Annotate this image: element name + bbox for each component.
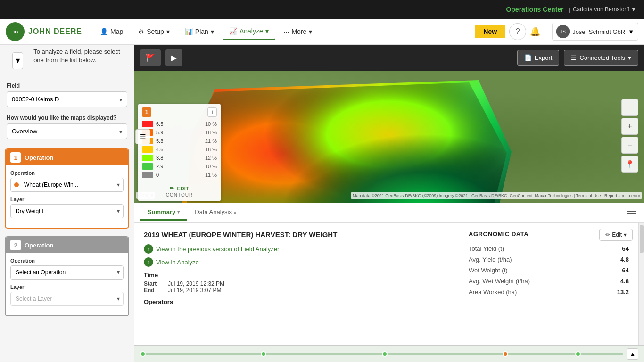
field-select-wrap: 00052-0 Kelms D ▾: [7, 91, 127, 107]
more-chevron: ▾: [309, 28, 312, 35]
tab-data-analysis[interactable]: Data Analysis ▴: [187, 205, 244, 221]
sidebar-info: To analyze a field, please select one fr…: [33, 48, 127, 65]
timeline: ▲: [134, 345, 644, 362]
legend-color-bar: [142, 121, 153, 127]
op2-operation-select[interactable]: Select an Operation: [10, 265, 124, 280]
timeline-dot[interactable]: [503, 351, 508, 357]
legend-pct: 18 %: [202, 130, 217, 135]
timeline-dot[interactable]: [261, 351, 266, 357]
op1-layer-select[interactable]: Dry Weight: [10, 204, 124, 218]
agro-row: Total Yield (t)64: [469, 243, 629, 254]
agro-row: Area Worked (ha)13.2: [469, 287, 629, 297]
timeline-dot[interactable]: [575, 351, 581, 357]
agronomic-section: AGRONOMIC DATA Total Yield (t)64Avg. Yie…: [459, 223, 638, 345]
notifications-button[interactable]: 🔔: [530, 26, 540, 37]
heatmap-svg: [177, 78, 530, 203]
connected-tools-button[interactable]: ☰ Connected Tools ▾: [564, 50, 638, 66]
tab-data-analysis-label: Data Analysis: [195, 208, 232, 215]
map-list-button[interactable]: ☰: [135, 129, 150, 144]
analyze-link-icon: ↑: [144, 257, 153, 267]
agro-value: 64: [622, 267, 629, 274]
export-icon: 📄: [524, 54, 532, 61]
user-menu[interactable]: JS Josef Schmidt GbR ▼: [552, 23, 638, 41]
legend-row: 4.618 %: [142, 145, 217, 154]
plan-chevron: ▾: [211, 28, 214, 35]
legend-color-bar: [142, 155, 153, 161]
top-banner: Operations Center | Carlotta von Bernsto…: [0, 0, 644, 19]
edit-chevron: ▾: [624, 231, 627, 238]
svg-text:JD: JD: [12, 29, 18, 34]
op2-number: 2: [10, 240, 21, 250]
legend-number: 1: [142, 107, 151, 117]
map-locate-button[interactable]: 📍: [621, 156, 638, 173]
legend-row: 011 %: [142, 171, 217, 179]
agro-row: Wet Weight (t)64: [469, 265, 629, 276]
edit-button[interactable]: ✏ Edit ▾: [599, 229, 633, 241]
export-button[interactable]: 📄 Export: [517, 50, 560, 66]
legend-value: 5.3: [156, 138, 199, 144]
nav-items: 👤 Map ⚙ Setup ▾ 📊 Plan ▾ 📈 Analyze ▾ ···…: [93, 24, 475, 40]
timeline-up-button[interactable]: ▲: [627, 348, 638, 360]
agro-key: Total Yield (t): [469, 245, 504, 252]
agro-key: Avg. Wet Weight (t/ha): [469, 278, 530, 285]
tab-summary[interactable]: Summary ▾: [140, 205, 187, 221]
legend-expand-button[interactable]: +: [207, 107, 217, 117]
op1-inner: Operation Wheat (Europe Win... ▾ Layer D…: [6, 165, 128, 228]
map-view[interactable]: 1 + 6.510 %5.918 %5.321 %4.618 %3.812 %2…: [134, 71, 644, 203]
fullscreen-button[interactable]: ⛶: [621, 99, 638, 116]
panel-scrollbar[interactable]: [638, 223, 644, 345]
operators-label: Operators: [144, 298, 449, 305]
op1-layer-label: Layer: [10, 197, 124, 202]
op1-dot: [14, 182, 19, 187]
connected-tools-chevron: ▾: [628, 54, 631, 61]
op2-layer-label: Layer: [10, 284, 124, 290]
timeline-track[interactable]: [140, 353, 623, 355]
op1-operation-select[interactable]: Wheat (Europe Win...: [10, 178, 124, 192]
end-row: End Jul 19, 2019 3:07 PM: [144, 287, 449, 294]
data-panel: 2019 WHEAT (EUROPE WINTER) HARVEST: DRY …: [134, 222, 644, 345]
legend-pct: 10 %: [202, 164, 217, 169]
legend-pct: 18 %: [202, 147, 217, 152]
legend-value: 2.9: [156, 164, 199, 169]
map-area: 🚩 ▶ 📄 Export ☰ Connected Tools ▾: [134, 45, 644, 362]
legend-pct: 10 %: [202, 121, 217, 127]
agro-value: 64: [622, 245, 629, 252]
zoom-out-button[interactable]: −: [621, 137, 638, 154]
field-analyzer-link[interactable]: ↑ View in the previous version of Field …: [144, 244, 449, 254]
analyze-link[interactable]: ↑ View in Analyze: [144, 257, 449, 267]
map-attribution: Map data ©2021 GeoBasis-DE/BKG (©2009) I…: [351, 192, 642, 199]
legend-edit-button[interactable]: ✏ EDIT: [142, 182, 217, 191]
nav-plan[interactable]: 📊 Plan ▾: [178, 24, 221, 39]
map-forward-button[interactable]: ▶: [165, 49, 182, 66]
field-select[interactable]: 00052-0 Kelms D: [7, 91, 127, 107]
timeline-dot[interactable]: [382, 351, 388, 357]
map-flag-button[interactable]: 🚩: [140, 49, 161, 66]
user-name: Josef Schmidt GbR: [572, 28, 625, 35]
help-button[interactable]: ?: [509, 23, 526, 40]
avatar: JS: [556, 25, 570, 38]
nav-more[interactable]: ··· More ▾: [277, 24, 319, 39]
panel-toggle-button[interactable]: [625, 209, 638, 216]
display-select-wrap: Overview ▾: [7, 123, 127, 139]
op2-header: 2 Operation: [6, 237, 128, 253]
legend-color-bar: [142, 146, 153, 153]
setup-icon: ⚙: [138, 28, 144, 35]
op2-layer-select[interactable]: Select a Layer: [10, 292, 124, 306]
filter-button[interactable]: ▼: [12, 52, 23, 69]
legend-row: 5.321 %: [142, 137, 217, 145]
op1-number: 1: [10, 152, 21, 163]
analyze-icon: 📈: [229, 27, 237, 35]
new-button[interactable]: New: [475, 25, 505, 38]
op2-inner: Operation Select an Operation ▾ Layer Se…: [6, 253, 128, 315]
display-select[interactable]: Overview: [7, 123, 127, 139]
legend-value: 4.6: [156, 147, 199, 152]
zoom-in-button[interactable]: +: [621, 118, 638, 135]
op2-label: Operation: [25, 242, 53, 249]
legend-color-bar: [142, 172, 153, 178]
timeline-dot[interactable]: [140, 351, 146, 357]
time-section: Time Start Jul 19, 2019 12:32 PM End Jul…: [144, 272, 449, 294]
nav-map[interactable]: 👤 Map: [93, 24, 130, 39]
agro-key: Avg. Yield (t/ha): [469, 256, 512, 263]
nav-setup[interactable]: ⚙ Setup ▾: [132, 24, 176, 39]
nav-analyze[interactable]: 📈 Analyze ▾: [223, 24, 275, 40]
